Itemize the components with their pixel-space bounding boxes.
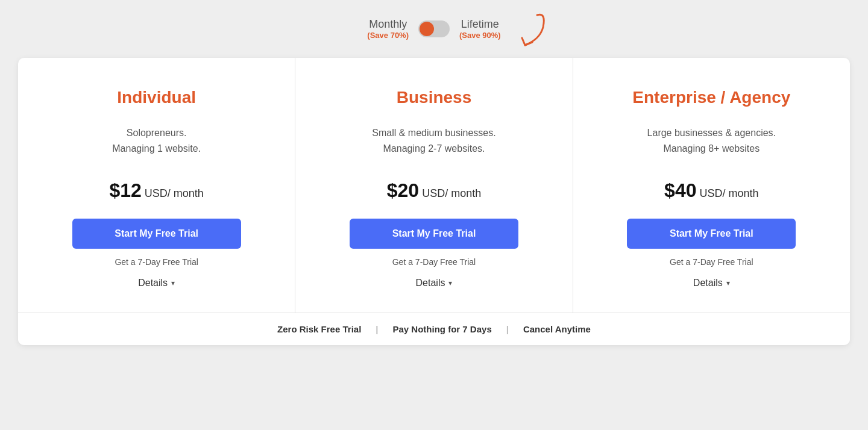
bottom-bar-item1: Zero Risk Free Trial bbox=[277, 324, 361, 334]
plan-enterprise-cta[interactable]: Start My Free Trial bbox=[627, 219, 796, 249]
plan-enterprise-price: $40 USD/ month bbox=[664, 179, 758, 202]
pricing-cards: Individual Solopreneurs. Managing 1 webs… bbox=[18, 58, 850, 313]
plan-individual-cta[interactable]: Start My Free Trial bbox=[72, 219, 241, 249]
plan-business: Business Small & medium businesses. Mana… bbox=[295, 58, 573, 313]
plan-business-price: $20 USD/ month bbox=[387, 179, 481, 202]
separator-1: | bbox=[376, 324, 378, 334]
plan-enterprise-trial: Get a 7-Day Free Trial bbox=[670, 257, 753, 267]
bottom-bar: Zero Risk Free Trial | Pay Nothing for 7… bbox=[18, 313, 850, 345]
plan-business-details[interactable]: Details ▾ bbox=[416, 278, 453, 288]
plan-business-unit: USD/ month bbox=[422, 187, 481, 199]
plan-individual-trial: Get a 7-Day Free Trial bbox=[115, 257, 198, 267]
lifetime-label-group: Lifetime (Save 90%) bbox=[459, 18, 501, 40]
separator-2: | bbox=[506, 324, 509, 334]
bottom-bar-item2: Pay Nothing for 7 Days bbox=[393, 324, 492, 334]
plan-enterprise-description: Large businesses & agencies. Managing 8+… bbox=[647, 125, 776, 161]
plan-enterprise-name: Enterprise / Agency bbox=[632, 88, 790, 107]
plan-enterprise-unit: USD/ month bbox=[700, 187, 759, 199]
details-chevron-individual: ▾ bbox=[171, 279, 175, 287]
arrow-annotation bbox=[501, 9, 549, 51]
pricing-wrapper: Individual Solopreneurs. Managing 1 webs… bbox=[18, 58, 850, 345]
plan-enterprise: Enterprise / Agency Large businesses & a… bbox=[573, 58, 850, 313]
plan-individual-details[interactable]: Details ▾ bbox=[138, 278, 175, 288]
monthly-label-group: Monthly (Save 70%) bbox=[367, 18, 409, 40]
plan-individual: Individual Solopreneurs. Managing 1 webs… bbox=[18, 58, 295, 313]
lifetime-save-text: (Save 90%) bbox=[459, 31, 501, 40]
monthly-save-text: (Save 70%) bbox=[367, 31, 409, 40]
plan-business-trial: Get a 7-Day Free Trial bbox=[392, 257, 476, 267]
plan-enterprise-amount: $40 bbox=[664, 179, 696, 201]
billing-toggle-section: Monthly (Save 70%) Lifetime (Save 90%) bbox=[367, 18, 500, 40]
bottom-bar-item3: Cancel Anytime bbox=[523, 324, 591, 334]
plan-individual-description: Solopreneurs. Managing 1 website. bbox=[112, 125, 201, 161]
details-chevron-business: ▾ bbox=[448, 279, 452, 287]
plan-business-description: Small & medium businesses. Managing 2-7 … bbox=[372, 125, 495, 161]
toggle-knob bbox=[420, 22, 434, 36]
plan-individual-unit: USD/ month bbox=[145, 187, 204, 199]
billing-toggle[interactable] bbox=[418, 20, 450, 37]
details-chevron-enterprise: ▾ bbox=[726, 279, 730, 287]
plan-individual-amount: $12 bbox=[109, 179, 141, 201]
lifetime-label: Lifetime bbox=[459, 18, 501, 31]
plan-business-amount: $20 bbox=[387, 179, 419, 201]
plan-individual-name: Individual bbox=[117, 88, 196, 107]
plan-business-name: Business bbox=[397, 88, 472, 107]
plan-individual-price: $12 USD/ month bbox=[109, 179, 203, 202]
plan-business-cta[interactable]: Start My Free Trial bbox=[350, 219, 518, 249]
plan-enterprise-details[interactable]: Details ▾ bbox=[693, 278, 730, 288]
monthly-label: Monthly bbox=[367, 18, 409, 31]
